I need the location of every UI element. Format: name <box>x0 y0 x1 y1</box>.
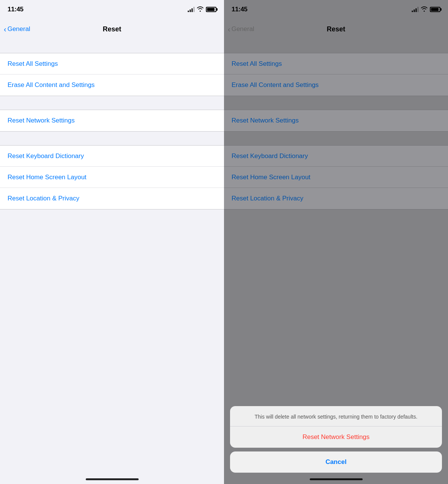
signal-icon <box>188 7 195 12</box>
right-row-reset-all-settings[interactable]: Reset All Settings <box>224 53 448 74</box>
right-nav-bar: ‹ General Reset <box>224 19 448 39</box>
right-wifi-icon <box>421 6 428 13</box>
left-gap-3 <box>0 132 224 145</box>
left-label-reset-all-settings: Reset All Settings <box>8 60 58 68</box>
right-row-erase-all[interactable]: Erase All Content and Settings <box>224 74 448 96</box>
right-gap-2 <box>224 96 448 110</box>
alert-cancel-container: Cancel <box>230 451 442 473</box>
left-nav-bar: ‹ General Reset <box>0 19 224 39</box>
alert-sheet: This will delete all network settings, r… <box>230 406 442 473</box>
left-panel: 11:45 ‹ General <box>0 0 224 484</box>
right-row-reset-network[interactable]: Reset Network Settings <box>224 110 448 131</box>
right-row-location-privacy[interactable]: Reset Location & Privacy <box>224 188 448 209</box>
left-section-1: Reset All Settings Erase All Content and… <box>0 53 224 96</box>
right-label-reset-all-settings: Reset All Settings <box>232 60 282 68</box>
left-row-reset-all-settings[interactable]: Reset All Settings <box>0 53 224 74</box>
left-label-keyboard-dict: Reset Keyboard Dictionary <box>8 152 84 160</box>
left-nav-title: Reset <box>103 25 121 33</box>
left-content: Reset All Settings Erase All Content and… <box>0 39 224 209</box>
right-chevron-icon: ‹ <box>228 25 230 33</box>
right-status-icons <box>412 6 440 13</box>
right-row-keyboard-dict[interactable]: Reset Keyboard Dictionary <box>224 146 448 167</box>
left-time: 11:45 <box>8 6 23 13</box>
left-chevron-icon: ‹ <box>4 25 6 33</box>
left-label-erase-all: Erase All Content and Settings <box>8 81 95 89</box>
left-section-3: Reset Keyboard Dictionary Reset Home Scr… <box>0 145 224 209</box>
left-back-label: General <box>8 25 30 33</box>
right-signal-icon <box>412 7 419 12</box>
left-gap-2 <box>0 96 224 110</box>
left-row-home-screen[interactable]: Reset Home Screen Layout <box>0 167 224 188</box>
right-label-reset-network: Reset Network Settings <box>232 117 299 124</box>
cancel-button[interactable]: Cancel <box>230 451 442 473</box>
left-label-reset-network: Reset Network Settings <box>8 117 75 124</box>
left-gap-1 <box>0 39 224 53</box>
left-section-2: Reset Network Settings <box>0 110 224 132</box>
right-gap-3 <box>224 132 448 145</box>
right-section-3: Reset Keyboard Dictionary Reset Home Scr… <box>224 145 448 209</box>
right-label-keyboard-dict: Reset Keyboard Dictionary <box>232 152 308 160</box>
right-panel: 11:45 ‹ General <box>224 0 448 484</box>
left-status-icons <box>188 6 216 13</box>
left-back-button[interactable]: ‹ General <box>4 25 30 33</box>
left-label-location-privacy: Reset Location & Privacy <box>8 195 79 202</box>
right-section-1: Reset All Settings Erase All Content and… <box>224 53 448 96</box>
left-row-reset-network[interactable]: Reset Network Settings <box>0 110 224 131</box>
right-section-2: Reset Network Settings <box>224 110 448 132</box>
left-home-indicator <box>86 478 139 480</box>
right-nav-title: Reset <box>327 25 345 33</box>
left-row-erase-all[interactable]: Erase All Content and Settings <box>0 74 224 96</box>
right-time: 11:45 <box>232 6 247 13</box>
reset-network-confirm-button[interactable]: Reset Network Settings <box>230 427 442 448</box>
right-status-bar: 11:45 <box>224 0 448 19</box>
left-status-bar: 11:45 <box>0 0 224 19</box>
left-label-home-screen: Reset Home Screen Layout <box>8 174 87 181</box>
right-battery-icon <box>430 7 440 12</box>
left-row-location-privacy[interactable]: Reset Location & Privacy <box>0 188 224 209</box>
right-row-home-screen[interactable]: Reset Home Screen Layout <box>224 167 448 188</box>
wifi-icon <box>197 6 204 13</box>
right-back-button[interactable]: ‹ General <box>228 25 254 33</box>
right-home-indicator <box>310 478 363 480</box>
left-row-keyboard-dict[interactable]: Reset Keyboard Dictionary <box>0 146 224 167</box>
right-label-erase-all: Erase All Content and Settings <box>232 81 319 89</box>
alert-message: This will delete all network settings, r… <box>230 406 442 427</box>
right-content: Reset All Settings Erase All Content and… <box>224 39 448 209</box>
alert-top-container: This will delete all network settings, r… <box>230 406 442 448</box>
right-label-location-privacy: Reset Location & Privacy <box>232 195 303 202</box>
battery-icon <box>206 7 216 12</box>
right-gap-1 <box>224 39 448 53</box>
right-label-home-screen: Reset Home Screen Layout <box>232 174 311 181</box>
right-back-label: General <box>232 25 254 33</box>
